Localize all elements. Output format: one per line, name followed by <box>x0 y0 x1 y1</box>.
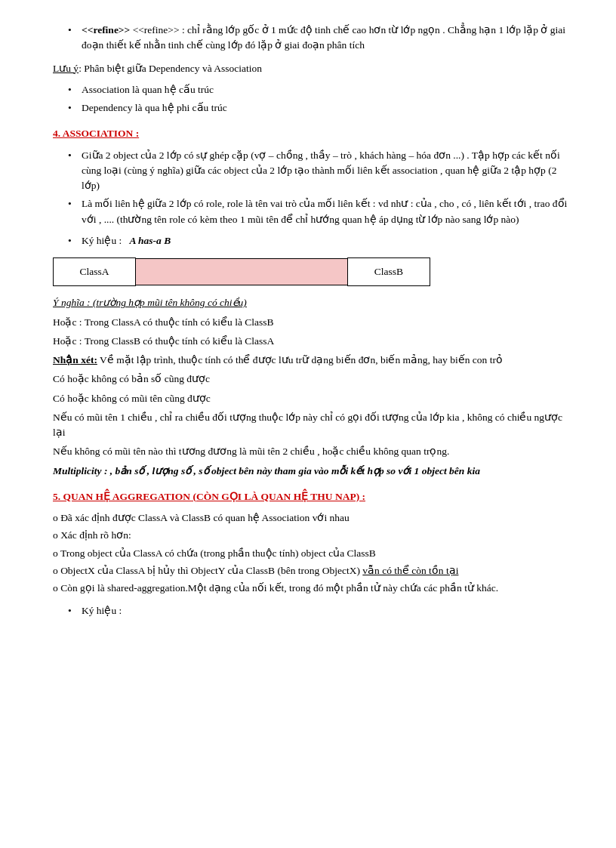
luu-y-label: Lưu ý <box>53 63 79 74</box>
ky-hieu-label: Ký hiệu : <box>82 235 122 246</box>
agg-line-1: o Xác định rõ hơn: <box>53 528 571 543</box>
association-bullets: Giữa 2 object của 2 lớp có sự ghép cặp (… <box>53 148 571 227</box>
association-bullet-1: Giữa 2 object của 2 lớp có sự ghép cặp (… <box>68 148 571 194</box>
section5-title: 5. QUAN HỆ AGGREGATION (CÒN GỌI LÀ QUAN … <box>53 489 571 504</box>
y-nghia-line: Ý nghĩa : (trường hợp mũi tên không có c… <box>53 295 571 310</box>
luu-y-section: Lưu ý: Phân biệt giữa Dependency và Asso… <box>53 61 571 76</box>
class-diagram: ClassA ClassB <box>53 257 430 286</box>
agg-line-3: o ObjectX của ClassA bị hủy thì ObjectY … <box>53 563 571 578</box>
hoac-line-2: Hoặc : Trong ClassB có thuộc tính có kiể… <box>53 334 571 349</box>
neu-co-2: Nếu không có mũi tên nào thì tương đương… <box>53 444 571 459</box>
connector <box>136 258 347 285</box>
association-bullet-2: Là mối liên hệ giữa 2 lớp có role, role … <box>68 196 571 227</box>
multiplicity-line: Multiplicity : , bản số , lượng số , số … <box>53 464 571 479</box>
ky-hieu-item: Ký hiệu : A has-a B <box>68 233 571 248</box>
ky-hieu-final-item: Ký hiệu : <box>68 603 571 618</box>
class-b-box: ClassB <box>347 257 430 286</box>
ky-hieu-final-label: Ký hiệu : <box>82 605 122 616</box>
nhan-xet-para: Nhận xét: Về mặt lập trình, thuộc tính c… <box>53 353 571 368</box>
luu-y-bullets: Association là quan hệ cấu trúc Dependen… <box>53 82 571 116</box>
luu-y-bullet-2: Dependency là qua hệ phi cấu trúc <box>68 100 571 116</box>
ky-hieu-section: Ký hiệu : A has-a B <box>53 233 571 248</box>
agg-line-2: o Trong object của ClassA có chứa (trong… <box>53 546 571 561</box>
nhan-xet-label: Nhận xét: <box>53 354 97 365</box>
refine-bullet: <<refine>> <<refine>> : chỉ rằng lớp gốc… <box>68 23 571 54</box>
y-nghia-text: Ý nghĩa : (trường hợp mũi tên không có c… <box>53 297 247 308</box>
hoac-line-1: Hoặc : Trong ClassA có thuộc tính có kiể… <box>53 315 571 330</box>
refine-section: <<refine>> <<refine>> : chỉ rằng lớp gốc… <box>53 23 571 54</box>
refine-text: <<refine>> <<refine>> : chỉ rằng lớp gốc… <box>82 24 565 51</box>
neu-co-1: Nếu có mũi tên 1 chiều , chỉ ra chiều đố… <box>53 410 571 441</box>
ky-hieu-value: A has-a B <box>129 235 171 246</box>
luu-y-bullet-1: Association là quan hệ cấu trúc <box>68 82 571 97</box>
agg-line-0: o Đã xác định được ClassA và ClassB có q… <box>53 510 571 526</box>
nhan-xet-text: Về mặt lập trình, thuộc tính có thể được… <box>97 354 503 365</box>
section4-title: 4. ASSOCIATION : <box>53 126 571 141</box>
co-hoac-1: Có hoặc không có bản số cũng được <box>53 372 571 387</box>
luu-y-text: : Phân biệt giữa Dependency và Associati… <box>79 63 262 74</box>
agg-line-4: o Còn gọi là shared-aggregation.Một dạng… <box>53 581 571 596</box>
co-hoac-2: Có hoặc không có mũi tên cũng được <box>53 391 571 406</box>
class-a-box: ClassA <box>53 257 136 286</box>
refine-keyword: <<refine>> <box>82 24 130 35</box>
ky-hieu-final-section: Ký hiệu : <box>53 603 571 618</box>
agg-line-3-text: o ObjectX của ClassA bị hủy thì ObjectY … <box>53 565 458 576</box>
